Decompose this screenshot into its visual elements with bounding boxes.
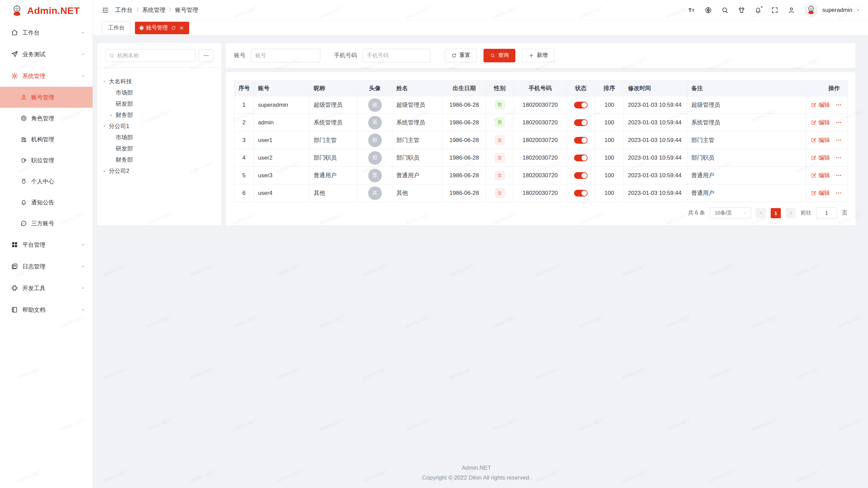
sidebar-item-org-management[interactable]: 机构管理 <box>0 129 93 150</box>
edit-button[interactable]: 编辑 <box>811 189 830 197</box>
theme-icon[interactable] <box>738 6 745 14</box>
sidebar-item-position-management[interactable]: 职位管理 <box>0 150 93 171</box>
caret-down-icon[interactable] <box>102 79 109 84</box>
sidebar-item-label: 系统管理 <box>22 72 45 80</box>
close-icon[interactable] <box>179 25 184 30</box>
sidebar-item-help-docs[interactable]: 帮助文档 <box>0 299 93 321</box>
tree-node[interactable]: 分公司1 <box>102 121 218 132</box>
more-actions-button[interactable] <box>835 190 842 196</box>
edit-label: 编辑 <box>818 119 830 126</box>
tree-node-label: 大名科技 <box>109 78 132 85</box>
font-size-icon[interactable]: TT <box>688 6 695 14</box>
tree-node[interactable]: 研发部 <box>102 143 218 154</box>
collapse-menu-icon[interactable] <box>102 6 109 14</box>
next-page-button[interactable] <box>786 208 796 218</box>
page-size-select[interactable]: 10条/页 <box>710 207 751 219</box>
tab-label: 账号管理 <box>146 24 168 32</box>
breadcrumb-item[interactable]: 系统管理 <box>142 6 165 14</box>
tree-node-label: 市场部 <box>116 134 133 141</box>
sidebar-item-dev-tools[interactable]: 开发工具 <box>0 277 93 299</box>
query-button[interactable]: 查询 <box>484 49 515 62</box>
org-search-box[interactable] <box>105 49 195 62</box>
cell-status <box>567 167 595 184</box>
app-root: Admin.NET 工作台业务测试系统管理账号管理角色管理机构管理职位管理个人中… <box>0 0 868 488</box>
chevron-down-icon <box>743 211 747 216</box>
more-actions-button[interactable] <box>835 102 842 108</box>
fullscreen-icon[interactable] <box>771 6 778 14</box>
cell-remark: 部门主管 <box>687 131 806 149</box>
cell-birth: 1986-06-28 <box>442 149 486 167</box>
home-icon <box>11 29 18 36</box>
chevron-down-icon <box>80 285 86 291</box>
more-actions-button[interactable] <box>835 172 842 179</box>
footer: Admin.NET Copyright © 2022 Dilon All rig… <box>97 465 855 488</box>
breadcrumb-item[interactable]: 账号管理 <box>175 6 198 14</box>
account-label: 账号 <box>234 52 245 59</box>
brand-name: Admin.NET <box>27 5 80 16</box>
prev-page-button[interactable] <box>756 208 766 218</box>
tree-node[interactable]: 市场部 <box>102 87 218 98</box>
status-toggle[interactable] <box>574 137 588 144</box>
edit-button[interactable]: 编辑 <box>811 119 830 126</box>
status-toggle[interactable] <box>574 190 588 197</box>
tree-node[interactable]: 大名科技 <box>102 76 218 87</box>
language-icon[interactable] <box>705 6 712 14</box>
cell-name: 超级管理员 <box>392 96 442 114</box>
cell-remark: 系统管理员 <box>687 114 806 131</box>
caret-right-icon[interactable] <box>102 169 109 174</box>
status-toggle[interactable] <box>574 155 588 161</box>
brand[interactable]: Admin.NET <box>0 0 93 22</box>
tree-node[interactable]: 研发部 <box>102 98 218 109</box>
sidebar-item-log-management[interactable]: 日志管理 <box>0 256 93 277</box>
refresh-icon[interactable] <box>171 25 176 30</box>
notification-icon[interactable] <box>754 6 762 14</box>
more-actions-button[interactable] <box>835 155 842 161</box>
more-actions-button[interactable] <box>835 119 842 126</box>
caret-down-icon[interactable] <box>102 124 109 129</box>
tree-node[interactable]: 财务部 <box>102 154 218 165</box>
more-actions-button[interactable] <box>835 137 842 143</box>
sidebar-item-label: 通知公告 <box>31 199 54 206</box>
tree-more-button[interactable] <box>199 49 214 62</box>
sidebar-item-notice-announcement[interactable]: 通知公告 <box>0 192 93 213</box>
sidebar-item-business-test[interactable]: 业务测试 <box>0 43 93 65</box>
tree-node[interactable]: 财务部 <box>102 109 218 121</box>
sidebar-item-role-management[interactable]: 角色管理 <box>0 108 93 129</box>
tree-node-label: 分公司1 <box>109 122 129 130</box>
tab-workbench[interactable]: 工作台 <box>102 22 131 34</box>
status-toggle[interactable] <box>574 119 588 126</box>
cell-index: 5 <box>234 167 254 184</box>
tree-node[interactable]: 分公司2 <box>102 165 218 177</box>
sidebar-item-personal-center[interactable]: 个人中心 <box>0 171 93 192</box>
sidebar-item-platform-management[interactable]: 平台管理 <box>0 234 93 256</box>
content-area: 大名科技市场部研发部财务部分公司1市场部研发部财务部分公司2 账号 手机号码 重… <box>93 36 868 488</box>
add-button[interactable]: 新增 <box>522 49 554 62</box>
sidebar-item-workbench[interactable]: 工作台 <box>0 22 93 43</box>
org-search-input[interactable] <box>117 53 192 59</box>
edit-button[interactable]: 编辑 <box>811 136 830 144</box>
column-header-phone: 手机号码 <box>514 81 567 96</box>
goto-page-input[interactable] <box>816 207 837 219</box>
phone-input[interactable] <box>362 49 430 62</box>
cell-birth: 1986-06-28 <box>442 184 486 202</box>
tab-account-management[interactable]: 账号管理 <box>135 22 189 34</box>
sidebar-item-system-management[interactable]: 系统管理 <box>0 65 93 87</box>
sidebar-item-third-party-account[interactable]: 三方账号 <box>0 213 93 234</box>
status-toggle[interactable] <box>574 172 588 179</box>
status-toggle[interactable] <box>574 102 588 108</box>
sidebar-item-account-management[interactable]: 账号管理 <box>0 87 93 108</box>
search-icon[interactable] <box>721 6 729 14</box>
breadcrumb-item[interactable]: 工作台 <box>115 6 133 14</box>
tree-node[interactable]: 市场部 <box>102 132 218 143</box>
edit-button[interactable]: 编辑 <box>811 154 830 162</box>
reset-button[interactable]: 重置 <box>445 49 477 62</box>
edit-button[interactable]: 编辑 <box>811 101 830 109</box>
page-number-current[interactable]: 1 <box>771 208 781 218</box>
account-input[interactable] <box>251 49 320 62</box>
cell-ops: 编辑 <box>806 131 848 149</box>
edit-button[interactable]: 编辑 <box>811 171 830 179</box>
username[interactable]: superadmin <box>822 7 852 14</box>
layout-user-icon[interactable] <box>788 6 795 14</box>
user-avatar[interactable] <box>804 3 818 17</box>
caret-right-icon[interactable] <box>109 113 116 118</box>
